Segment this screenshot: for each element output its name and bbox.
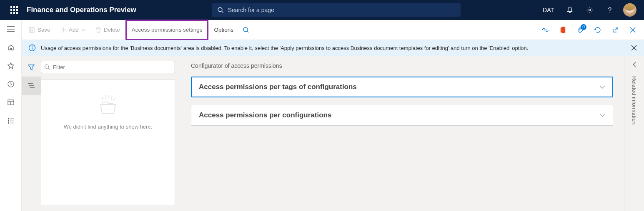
add-button[interactable]: Add (55, 20, 90, 40)
top-navbar: Finance and Operations Preview DAT (0, 0, 644, 20)
nav-modules[interactable] (0, 112, 22, 130)
svg-rect-12 (8, 120, 9, 122)
nav-workspaces[interactable] (0, 93, 22, 112)
waffle-icon (10, 6, 18, 14)
modules-icon (7, 117, 15, 124)
list-tool[interactable] (22, 77, 41, 95)
section-tags[interactable]: Access permissions per tags of configura… (191, 77, 613, 97)
question-icon (606, 6, 614, 14)
notifications-button[interactable] (560, 0, 580, 20)
office-button[interactable] (554, 20, 571, 40)
popout-icon (612, 27, 619, 33)
filter-tool[interactable] (22, 58, 41, 77)
options-button[interactable]: Options (209, 20, 238, 40)
refresh-button[interactable] (589, 20, 606, 40)
home-icon (7, 44, 15, 51)
app-launcher-button[interactable] (4, 0, 24, 20)
svg-point-3 (609, 12, 610, 12)
attachments-button[interactable]: 0 (571, 20, 589, 40)
star-icon (7, 62, 15, 70)
main-area: We didn't find anything to show here. Co… (22, 56, 644, 211)
cmd-access-label: Access permissions settings (132, 27, 203, 33)
empty-text: We didn't find anything to show here. (64, 124, 153, 130)
chevron-left-icon (632, 62, 636, 67)
popout-button[interactable] (606, 20, 624, 40)
help-button[interactable] (600, 0, 620, 20)
nav-home[interactable] (0, 38, 22, 57)
user-avatar[interactable] (623, 3, 636, 17)
chevron-down-icon (81, 29, 85, 31)
related-info-pane: Related information (624, 56, 644, 211)
office-icon (559, 26, 566, 34)
search-input[interactable] (228, 7, 456, 13)
workspace-icon (7, 99, 15, 106)
nav-recent[interactable] (0, 75, 22, 93)
cmd-add-label: Add (69, 27, 79, 33)
list-column: We didn't find anything to show here. (22, 56, 180, 211)
info-message: Usage of access permissions for the 'Bus… (41, 45, 528, 51)
nav-favorites[interactable] (0, 57, 22, 75)
svg-line-37 (113, 98, 115, 101)
search-icon (243, 27, 249, 33)
configurator-title: Configurator of access permissions (191, 62, 613, 69)
related-info-label: Related information (631, 76, 637, 125)
section-configs-label: Access permissions per configurations (199, 111, 331, 119)
find-button[interactable] (238, 20, 253, 40)
plus-icon (60, 27, 66, 33)
filter-wrap (41, 61, 175, 73)
svg-rect-8 (8, 100, 14, 105)
close-icon (629, 27, 636, 33)
section-configurations[interactable]: Access permissions per configurations (191, 105, 613, 126)
svg-line-1 (222, 11, 223, 13)
chevron-down-icon (599, 85, 605, 89)
trash-icon (95, 27, 101, 33)
empty-illustration-icon (95, 93, 120, 118)
svg-point-31 (45, 65, 49, 69)
svg-line-33 (102, 97, 103, 100)
svg-line-32 (48, 68, 50, 70)
info-icon (28, 44, 36, 52)
delete-button[interactable]: Delete (90, 20, 125, 40)
cmd-save-label: Save (38, 27, 50, 33)
clock-icon (7, 80, 15, 88)
related-info-expand[interactable] (632, 62, 636, 69)
close-icon (631, 45, 637, 51)
command-bar: Save Add Delete Access permissions setti… (0, 20, 644, 40)
svg-line-36 (111, 96, 112, 99)
save-button[interactable]: Save (23, 20, 55, 40)
search-icon (44, 64, 50, 70)
left-rail (0, 20, 22, 211)
app-title: Finance and Operations Preview (27, 6, 136, 14)
access-permissions-button[interactable]: Access permissions settings (127, 27, 208, 33)
svg-point-24 (32, 46, 33, 47)
list-body: We didn't find anything to show here. (41, 56, 180, 211)
link-icon (541, 27, 549, 33)
svg-point-19 (243, 27, 248, 32)
dynamics-link-button[interactable] (536, 20, 554, 40)
info-close-button[interactable] (628, 42, 640, 54)
funnel-icon (28, 64, 35, 71)
search-icon (217, 7, 224, 13)
settings-button[interactable] (580, 0, 600, 20)
topnav-right: DAT (537, 0, 640, 20)
close-button[interactable] (624, 20, 641, 40)
highlighted-command: Access permissions settings (125, 20, 209, 40)
hamburger-icon (7, 26, 15, 32)
configurator-content: Configurator of access permissions Acces… (180, 56, 624, 211)
filter-input[interactable] (41, 61, 175, 73)
chevron-down-icon (599, 114, 605, 117)
nav-collapse-button[interactable] (0, 20, 22, 38)
bell-icon (566, 6, 574, 14)
company-picker[interactable]: DAT (537, 7, 560, 13)
svg-rect-11 (8, 118, 9, 119)
svg-point-2 (589, 9, 591, 11)
global-search[interactable] (212, 3, 461, 17)
info-bar: Usage of access permissions for the 'Bus… (22, 40, 644, 56)
list-tool-strip (22, 56, 41, 211)
cmd-options-label: Options (214, 27, 233, 33)
empty-list-card: We didn't find anything to show here. (41, 79, 175, 206)
svg-line-34 (105, 95, 106, 99)
svg-rect-13 (8, 122, 9, 124)
cmd-delete-label: Delete (104, 27, 120, 33)
gear-icon (586, 6, 594, 14)
